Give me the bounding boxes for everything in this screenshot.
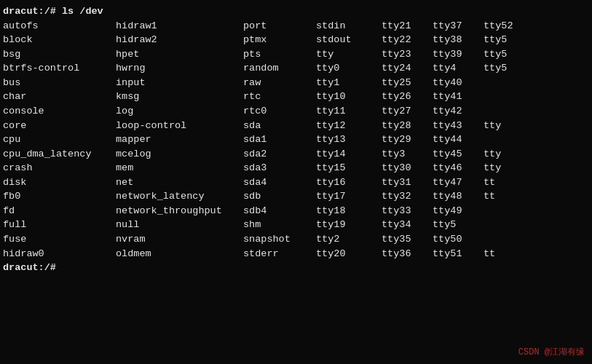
list-item: oldmem [116,247,243,261]
end-prompt: dracut:/# [3,261,589,275]
list-item: tty15 [316,161,382,175]
table-row: charkmsgrtctty10tty26tty41 [3,90,589,104]
list-item: tty [484,147,534,162]
list-item: tty21 [382,19,433,33]
list-item [484,132,534,147]
list-item: tty32 [382,189,433,204]
list-item: tty30 [382,161,433,175]
list-item: tty25 [382,76,433,90]
list-item: port [243,19,316,33]
list-item: loop-control [116,119,243,133]
list-item: tty40 [433,76,484,90]
list-item: tty11 [316,104,382,119]
list-item: nvram [116,232,243,247]
list-item: tty16 [316,175,382,190]
list-item: sdb4 [243,204,316,218]
table-row: coreloop-controlsdatty12tty28tty43tty [3,119,589,133]
list-item: tty52 [484,19,534,33]
list-item: disk [3,175,116,190]
list-item: tty34 [382,218,433,232]
list-item: tty17 [316,189,382,204]
list-item: kmsg [116,90,243,104]
list-item: btrfs-control [3,61,116,76]
list-item: network_throughput [116,204,243,218]
list-item: tty18 [316,204,382,218]
list-item: fb0 [3,189,116,204]
list-item: tty4 [433,61,484,76]
list-item: tty20 [316,247,382,261]
list-item: stderr [243,247,316,261]
list-item: tty2 [316,232,382,247]
list-item: stdout [316,33,382,47]
list-item: bsg [3,47,116,62]
table-row: fullnullshmtty19tty34tty5 [3,218,589,232]
table-row: fb0network_latencysdbtty17tty32tty48tt [3,189,589,204]
list-item: tty50 [433,232,484,247]
list-item: tty35 [382,232,433,247]
list-item [484,76,534,90]
list-item: mem [116,161,243,175]
list-item: tty31 [382,175,433,190]
terminal-window: dracut:/# ls /dev autofshidraw1portstdin… [0,0,592,364]
list-item: tty24 [382,61,433,76]
list-item: tty33 [382,204,433,218]
list-item: mapper [116,132,243,147]
list-item: block [3,33,116,47]
list-item: tty39 [433,47,484,62]
list-item: tty0 [316,61,382,76]
list-item: tty26 [382,90,433,104]
list-item: tty23 [382,47,433,62]
list-item: sda4 [243,175,316,190]
list-item: bus [3,76,116,90]
list-item: sda1 [243,132,316,147]
list-item: tty10 [316,90,382,104]
table-row: cpumappersda1tty13tty29tty44 [3,132,589,147]
table-row: btrfs-controlhwrngrandomtty0tty24tty4tty… [3,61,589,76]
list-item: tty14 [316,147,382,162]
list-item: autofs [3,19,116,33]
list-item: tt [484,189,534,204]
table-row: hidraw0oldmemstderrtty20tty36tty51tt [3,247,589,261]
list-item: tty1 [316,76,382,90]
list-item: sdb [243,189,316,204]
list-item: sda2 [243,147,316,162]
table-row: cpu_dma_latencymcelogsda2tty14tty3tty45t… [3,147,589,162]
list-item: fuse [3,232,116,247]
list-item: tty5 [484,61,534,76]
table-row: bsghpetptsttytty23tty39tty5 [3,47,589,62]
list-item [484,104,534,119]
list-item: rtc0 [243,104,316,119]
list-item: tty27 [382,104,433,119]
list-item: full [3,218,116,232]
list-item: tty48 [433,189,484,204]
list-item: tty46 [433,161,484,175]
list-item: tty5 [484,47,534,62]
list-item: mcelog [116,147,243,162]
list-item: ptmx [243,33,316,47]
list-item: raw [243,76,316,90]
table-row: crashmemsda3tty15tty30tty46tty [3,161,589,175]
list-item: fd [3,204,116,218]
table-row: disknetsda4tty16tty31tty47tt [3,175,589,190]
table-row: blockhidraw2ptmxstdouttty22tty38tty5 [3,33,589,47]
list-item: cpu [3,132,116,147]
list-item: input [116,76,243,90]
watermark: CSDN @江湖有缘 [518,346,585,358]
list-item: network_latency [116,189,243,204]
list-item: crash [3,161,116,175]
list-item: null [116,218,243,232]
list-item [484,204,534,218]
table-row: autofshidraw1portstdintty21tty37tty52 [3,19,589,33]
list-item: tty49 [433,204,484,218]
list-item: sda3 [243,161,316,175]
list-item [484,232,534,247]
list-item: tty5 [433,218,484,232]
terminal-content: dracut:/# ls /dev autofshidraw1portstdin… [3,4,589,275]
table-row: fdnetwork_throughputsdb4tty18tty33tty49 [3,204,589,218]
list-item [484,90,534,104]
list-item: char [3,90,116,104]
list-item: random [243,61,316,76]
list-item: tty5 [484,33,534,47]
list-item: tty41 [433,90,484,104]
list-item: tt [484,247,534,261]
